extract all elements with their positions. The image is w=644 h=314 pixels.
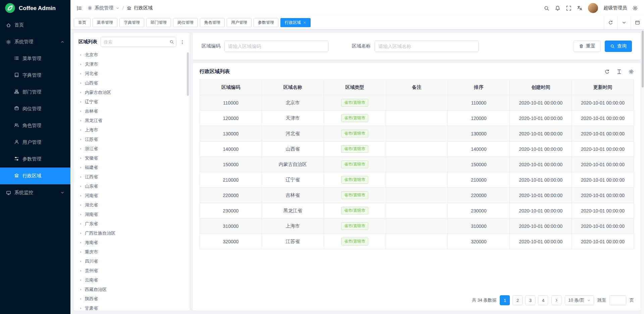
expand-caret-icon[interactable] [79, 53, 83, 57]
search-icon[interactable] [169, 40, 174, 44]
tree-item[interactable]: 北京市 [78, 50, 185, 60]
page-button[interactable]: 3 [525, 295, 535, 305]
tab[interactable]: 菜单管理 [93, 18, 117, 27]
tree-item[interactable]: 辽宁省 [78, 97, 185, 107]
next-page-button[interactable] [551, 295, 561, 305]
table-row[interactable]: 110000 北京市 省市/直辖市 110000 2020-10-01 00:0… [200, 95, 634, 111]
expand-caret-icon[interactable] [79, 213, 83, 216]
expand-caret-icon[interactable] [79, 203, 83, 207]
page-button[interactable]: 2 [513, 295, 523, 305]
sidebar-subitem[interactable]: 部门管理 [0, 84, 70, 101]
column-header[interactable]: 备注 [386, 80, 448, 95]
tree-item[interactable]: 甘肃省 [78, 304, 185, 311]
page-button[interactable]: 4 [538, 295, 548, 305]
scrollbar-thumb[interactable] [642, 30, 644, 87]
collapse-sidebar-icon[interactable] [76, 5, 82, 11]
column-header[interactable]: 排序 [448, 80, 510, 95]
column-settings-icon[interactable] [629, 69, 634, 74]
tree-item[interactable]: 安徽省 [78, 153, 185, 163]
refresh-icon[interactable] [604, 69, 610, 74]
tree-item[interactable]: 天津市 [78, 60, 185, 69]
page-button[interactable]: 1 [500, 295, 510, 305]
search-icon[interactable] [544, 5, 549, 11]
tab[interactable]: 参数管理 [254, 18, 278, 27]
page-size-select[interactable]: 10 条/页 [565, 295, 594, 305]
region-code-input[interactable] [224, 41, 328, 52]
tree-item[interactable]: 河南省 [78, 191, 185, 200]
tree-item[interactable]: 广东省 [78, 219, 185, 229]
content-fullscreen-icon[interactable] [631, 16, 644, 29]
tree-scrollbar[interactable] [186, 52, 189, 310]
tree-item[interactable]: 贵州省 [78, 266, 185, 275]
column-header[interactable]: 创建时间 [510, 80, 572, 95]
tree-item[interactable]: 黑龙江省 [78, 116, 185, 125]
expand-caret-icon[interactable] [79, 222, 83, 226]
expand-caret-icon[interactable] [79, 138, 83, 141]
column-header[interactable]: 区域名称 [262, 80, 324, 95]
table-row[interactable]: 210000 辽宁省 省市/直辖市 210000 2020-10-01 00:0… [200, 172, 634, 188]
tree-item[interactable]: 广西壮族自治区 [78, 229, 185, 238]
tree-item[interactable]: 西藏自治区 [78, 285, 185, 294]
tree-item[interactable]: 浙江省 [78, 144, 185, 153]
expand-caret-icon[interactable] [79, 288, 83, 291]
refresh-icon[interactable] [604, 16, 617, 29]
expand-caret-icon[interactable] [79, 156, 83, 160]
tree-item[interactable]: 上海市 [78, 125, 185, 135]
jump-page-input[interactable] [609, 295, 626, 305]
fullscreen-icon[interactable] [566, 5, 572, 11]
expand-caret-icon[interactable] [79, 91, 83, 94]
tab[interactable]: 部门管理 [146, 18, 171, 27]
sidebar-group-monitor[interactable]: 系统监控 [0, 184, 70, 201]
tree-item[interactable]: 江苏省 [78, 135, 185, 144]
sidebar-subitem[interactable]: 菜单管理 [0, 50, 70, 67]
sidebar-subitem[interactable]: 用户管理 [0, 134, 70, 151]
tree-item[interactable]: 云南省 [78, 275, 185, 285]
tree-item[interactable]: 湖北省 [78, 200, 185, 210]
column-header[interactable]: 区域编码 [200, 80, 262, 95]
table-row[interactable]: 320000 江苏省 省市/直辖市 320000 2020-10-01 00:0… [200, 234, 634, 249]
settings-gear-icon[interactable] [632, 5, 638, 11]
tree-item[interactable]: 海南省 [78, 238, 185, 247]
breadcrumb-section[interactable]: 系统管理 [95, 5, 113, 11]
expand-caret-icon[interactable] [79, 63, 83, 66]
expand-caret-icon[interactable] [79, 110, 83, 113]
column-header[interactable]: 区域类型 [324, 80, 386, 95]
expand-caret-icon[interactable] [79, 260, 83, 263]
scrollbar-thumb[interactable] [187, 52, 189, 96]
region-name-input[interactable] [375, 41, 479, 52]
expand-caret-icon[interactable] [79, 232, 83, 235]
tree-item[interactable]: 江西省 [78, 172, 185, 182]
chevron-down-icon[interactable] [617, 16, 631, 29]
tree-item[interactable]: 四川省 [78, 257, 185, 266]
row-height-icon[interactable] [616, 69, 622, 74]
tree-item[interactable]: 湖南省 [78, 210, 185, 219]
table-row[interactable]: 130000 河北省 省市/直辖市 130000 2020-10-01 00:0… [200, 126, 634, 141]
sidebar-subitem[interactable]: 角色管理 [0, 117, 70, 134]
expand-caret-icon[interactable] [79, 278, 83, 282]
tree-item[interactable]: 山西省 [78, 78, 185, 88]
tree-item[interactable]: 福建省 [78, 163, 185, 172]
tab[interactable]: 岗位管理 [173, 18, 198, 27]
table-row[interactable]: 150000 内蒙古自治区 省市/直辖市 150000 2020-10-01 0… [200, 157, 634, 172]
sidebar-subitem[interactable]: 行政区域 [0, 168, 70, 184]
table-row[interactable]: 230000 黑龙江省 省市/直辖市 230000 2020-10-01 00:… [200, 203, 634, 218]
more-options-icon[interactable] [180, 40, 185, 45]
expand-caret-icon[interactable] [79, 307, 83, 310]
expand-caret-icon[interactable] [79, 119, 83, 122]
sidebar-subitem[interactable]: 岗位管理 [0, 101, 70, 117]
tree-item[interactable]: 内蒙古自治区 [78, 88, 185, 97]
bell-icon[interactable] [555, 5, 560, 11]
avatar[interactable] [588, 3, 598, 13]
table-row[interactable]: 310000 上海市 省市/直辖市 310000 2020-10-01 00:0… [200, 218, 634, 234]
tree-item[interactable]: 山东省 [78, 182, 185, 191]
tree-item[interactable]: 陕西省 [78, 294, 185, 304]
expand-caret-icon[interactable] [79, 194, 83, 197]
reset-button[interactable]: 重置 [574, 41, 601, 52]
expand-caret-icon[interactable] [79, 81, 83, 85]
sidebar-item-home[interactable]: 首页 [0, 17, 70, 34]
table-row[interactable]: 120000 天津市 省市/直辖市 120000 2020-10-01 00:0… [200, 111, 634, 126]
sidebar-group-system[interactable]: 系统管理 [0, 34, 70, 50]
sidebar-subitem[interactable]: 参数管理 [0, 151, 70, 168]
tree-item[interactable]: 吉林省 [78, 107, 185, 116]
tab[interactable]: 字典管理 [119, 18, 144, 27]
